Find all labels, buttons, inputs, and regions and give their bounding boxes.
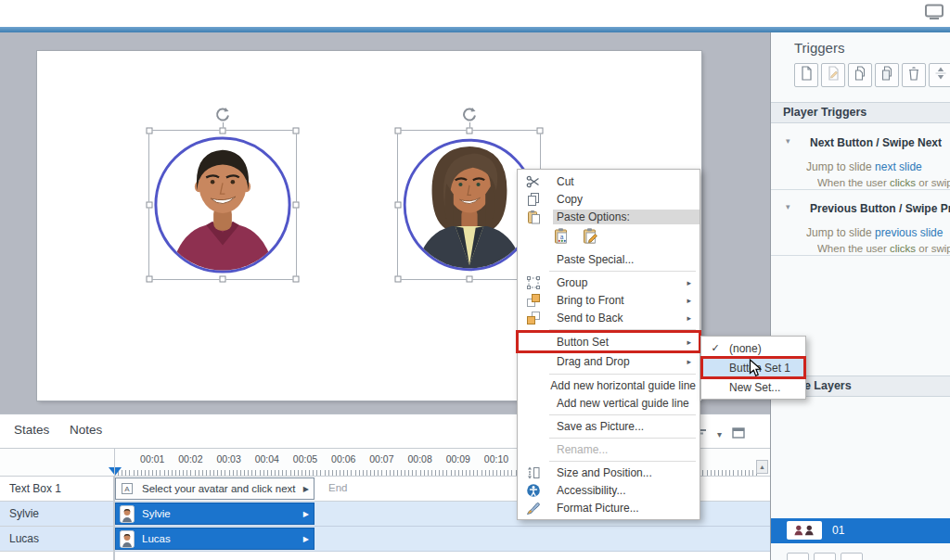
reorder-trigger-button[interactable] bbox=[929, 63, 950, 87]
triggers-panel: Triggers Player Triggers ▾Next Button / … bbox=[770, 32, 950, 560]
panel-options-icon[interactable] bbox=[732, 426, 745, 442]
tab-states[interactable]: States bbox=[14, 423, 49, 437]
context-menu: CutCopyPaste Options:aPaste Special...Gr… bbox=[517, 169, 700, 520]
chevron-down-icon[interactable]: ▾ bbox=[717, 429, 722, 439]
timeline-row-label[interactable]: Sylvie bbox=[0, 502, 114, 527]
selection-handle[interactable] bbox=[293, 128, 300, 134]
monitor-icon[interactable] bbox=[923, 4, 945, 24]
ruler-label: 00:01 bbox=[140, 453, 164, 465]
menu-item-bring-to-front[interactable]: Bring to Front▸ bbox=[518, 291, 700, 309]
menu-item-paste-options[interactable]: Paste Options: bbox=[518, 208, 700, 225]
ruler-label: 00:04 bbox=[255, 453, 279, 465]
selection-handle[interactable] bbox=[537, 128, 544, 134]
playhead[interactable] bbox=[109, 467, 122, 476]
character-thumbnail-icon bbox=[120, 530, 135, 548]
trigger-condition: When the user clicks or swipes bbox=[817, 243, 950, 254]
triggers-panel-title: Triggers bbox=[794, 40, 844, 56]
tab-notes[interactable]: Notes bbox=[70, 423, 102, 437]
reorder-trigger-icon bbox=[932, 65, 949, 85]
bar-extend-arrow-icon: ▶ bbox=[303, 535, 309, 543]
selection-handle[interactable] bbox=[466, 276, 472, 283]
menu-item-size-and-position[interactable]: Size and Position... bbox=[518, 464, 700, 481]
ruler-label: 00:08 bbox=[407, 453, 431, 465]
bring-front-icon bbox=[523, 293, 544, 308]
new-trigger-button[interactable] bbox=[794, 63, 818, 87]
trigger-divider bbox=[771, 255, 950, 256]
menu-item-rename[interactable]: Rename... bbox=[518, 440, 700, 458]
ruler-label: 00:10 bbox=[484, 453, 508, 465]
timeline-row-label[interactable]: Text Box 1 bbox=[0, 477, 114, 502]
submenu-item-none[interactable]: ✓(none) bbox=[701, 338, 805, 358]
menu-item-drag-and-drop[interactable]: Drag and Drop▸ bbox=[518, 351, 700, 371]
new-trigger-icon bbox=[798, 65, 815, 85]
timeline-track[interactable]: Lucas▶ bbox=[115, 527, 770, 552]
slide-layer-thumbnail bbox=[787, 521, 822, 540]
timeline-row-partial bbox=[0, 552, 770, 560]
menu-item-paste-special[interactable]: Paste Special... bbox=[518, 250, 700, 268]
storyline-window: Triggers Player Triggers ▾Next Button / … bbox=[0, 0, 950, 560]
triggers-toolbar bbox=[794, 63, 950, 87]
menu-item-button-set[interactable]: Button Set▸ bbox=[518, 332, 700, 351]
menu-item-add-new-horizontal-guide-line[interactable]: Add new horizontal guide line bbox=[518, 376, 700, 394]
selection-handle[interactable] bbox=[220, 128, 226, 134]
menu-item-accessibility[interactable]: Accessibility... bbox=[518, 481, 700, 499]
trigger-group-header[interactable]: ▾Next Button / Swipe Next bbox=[771, 136, 950, 151]
ruler-label: 00:06 bbox=[331, 453, 355, 465]
menu-item-cut[interactable]: Cut bbox=[518, 172, 700, 190]
rotate-handle-icon[interactable] bbox=[214, 107, 231, 127]
paste-trigger-button[interactable] bbox=[875, 63, 899, 87]
layer-button[interactable] bbox=[787, 553, 809, 560]
edit-trigger-icon bbox=[825, 65, 841, 85]
layer-button[interactable] bbox=[814, 553, 836, 560]
selection-handle[interactable] bbox=[293, 276, 300, 283]
selection-handle[interactable] bbox=[147, 276, 153, 283]
copy-icon bbox=[523, 192, 544, 207]
submenu-item-new-set[interactable]: New Set... bbox=[701, 377, 805, 397]
menu-item-add-new-vertical-guide-line[interactable]: Add new vertical guide line bbox=[518, 394, 700, 412]
edit-trigger-button[interactable] bbox=[821, 63, 845, 87]
trigger-target-link[interactable]: next slide bbox=[875, 160, 922, 173]
menu-item-save-as-picture[interactable]: Save as Picture... bbox=[518, 417, 700, 435]
selection-handle[interactable] bbox=[147, 202, 153, 209]
collapse-arrow-icon[interactable]: ▾ bbox=[786, 136, 790, 146]
collapse-arrow-icon[interactable]: ▾ bbox=[786, 202, 790, 211]
timeline-bar-text-box-1[interactable]: ASelect your avatar and click next▶ bbox=[115, 477, 315, 500]
rotate-handle-icon[interactable] bbox=[461, 107, 478, 127]
selection-handle[interactable] bbox=[395, 276, 402, 283]
ruler-label: 00:09 bbox=[446, 453, 470, 465]
timeline-row-label[interactable]: Lucas bbox=[0, 527, 114, 552]
trigger-group-header[interactable]: ▾Previous Button / Swipe Previous bbox=[771, 202, 950, 217]
menu-item-group[interactable]: Group▸ bbox=[518, 274, 700, 291]
timeline-row-lucas: LucasLucas▶ bbox=[0, 527, 770, 552]
paste-keep-formatting-icon[interactable]: a bbox=[553, 227, 571, 248]
scroll-up-button[interactable]: ▲ bbox=[756, 460, 768, 474]
trigger-target-link[interactable]: previous slide bbox=[875, 226, 943, 239]
paste-icon bbox=[523, 210, 544, 224]
slide-layer-row-selected[interactable]: 01 bbox=[771, 518, 950, 543]
menu-item-format-picture[interactable]: Format Picture... bbox=[518, 499, 700, 516]
selection-handle[interactable] bbox=[466, 128, 472, 134]
accessibility-icon bbox=[523, 483, 544, 498]
character-thumbnail-icon bbox=[120, 505, 135, 523]
paste-picture-icon[interactable] bbox=[582, 227, 600, 248]
selection-handle[interactable] bbox=[147, 128, 153, 134]
timeline-bar-sylvie[interactable]: Sylvie▶ bbox=[115, 503, 315, 525]
submenu-arrow-icon: ▸ bbox=[687, 337, 700, 347]
timeline-bar-lucas[interactable]: Lucas▶ bbox=[115, 528, 315, 550]
copy-trigger-button[interactable] bbox=[848, 63, 872, 87]
ruler-label: 00:03 bbox=[216, 453, 240, 465]
slide-end-label: End bbox=[328, 482, 347, 493]
selection-handle[interactable] bbox=[220, 276, 226, 283]
layer-button[interactable] bbox=[841, 553, 863, 560]
selection-handle[interactable] bbox=[395, 202, 402, 209]
trigger-condition: When the user clicks or swipes bbox=[817, 177, 950, 188]
selection-handle[interactable] bbox=[293, 202, 300, 209]
delete-trigger-button[interactable] bbox=[902, 63, 926, 87]
selection-handle[interactable] bbox=[395, 128, 402, 134]
avatar-lucas[interactable] bbox=[148, 130, 297, 280]
menu-item-send-to-back[interactable]: Send to Back▸ bbox=[518, 309, 700, 326]
submenu-arrow-icon: ▸ bbox=[687, 357, 700, 366]
character-lucas-image bbox=[149, 132, 296, 278]
menu-item-copy[interactable]: Copy bbox=[518, 190, 700, 208]
trigger-divider bbox=[771, 189, 950, 190]
